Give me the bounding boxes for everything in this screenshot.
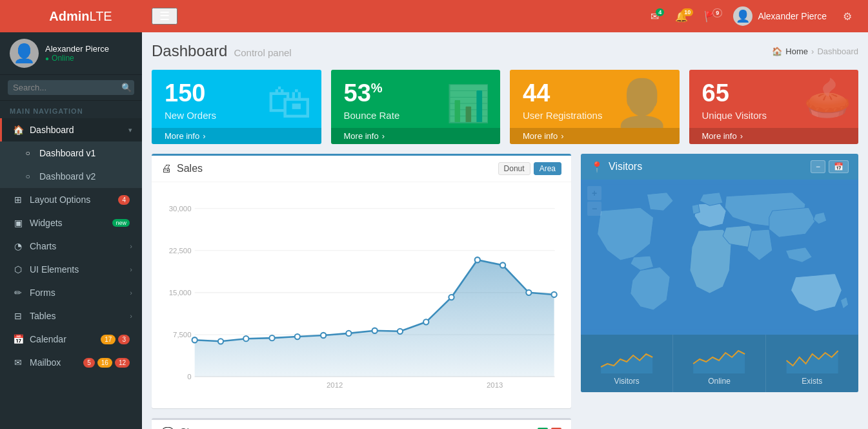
title-area: Dashboard Control panel <box>152 42 292 60</box>
bottom-row: 🖨 Sales Donut Area <box>152 154 858 429</box>
calendar-icon: 📅 <box>12 334 25 344</box>
svg-point-19 <box>398 329 403 334</box>
unique-visitors-more-info[interactable]: More info › <box>689 128 859 144</box>
arrow-right-icon: › <box>203 131 205 141</box>
sidebar-item-widgets[interactable]: ▣ Widgets new <box>0 211 142 235</box>
notifications-button[interactable]: 🔔 10 <box>669 7 694 26</box>
map-pin-icon: 📍 <box>590 161 603 173</box>
svg-marker-31 <box>786 351 838 373</box>
user-registrations-more-info[interactable]: More info › <box>510 128 680 144</box>
sidebar-item-label-ui: UI Elements <box>30 264 130 275</box>
widgets-badge: new <box>112 219 130 227</box>
wrapper: 👤 Alexander Pierce Online 🔍 MAIN NAVIGAT… <box>0 0 868 429</box>
user-menu[interactable]: 👤 Alexander Pierce <box>727 6 833 26</box>
svg-marker-30 <box>693 351 745 373</box>
search-input[interactable] <box>13 83 121 92</box>
user-name: Alexander Pierce <box>758 11 827 21</box>
layout-icon: ⊞ <box>12 194 25 205</box>
chat-box: 💬 Chat <box>152 418 571 429</box>
svg-point-14 <box>269 335 274 340</box>
sparkline-exists <box>776 341 849 373</box>
circle-icon-v2: ○ <box>21 172 34 181</box>
widgets-icon: ▣ <box>12 218 25 228</box>
svg-point-24 <box>526 290 531 295</box>
unique-visitors-icon: 🥧 <box>803 75 852 121</box>
visitors-header: 📍 Visitors − 📅 <box>581 154 858 180</box>
breadcrumb-home-link[interactable]: Home <box>785 47 808 56</box>
messages-badge: 4 <box>656 8 664 16</box>
sidebar-item-dashboard[interactable]: 🏠 Dashboard ▾ <box>0 118 142 141</box>
sales-box-body: 30,000 22,500 15,000 7,500 0 <box>152 182 571 408</box>
svg-text:0: 0 <box>187 373 191 381</box>
user-avatar: 👤 <box>733 6 752 26</box>
sidebar-item-label-dashboard-v1: Dashboard v1 <box>39 148 132 158</box>
svg-point-23 <box>500 262 505 267</box>
sidebar-item-label-mailbox: Mailbox <box>30 357 83 368</box>
sidebar-item-charts[interactable]: ◔ Charts › <box>0 235 142 258</box>
sidebar-item-mailbox[interactable]: ✉ Mailbox 5 16 12 <box>0 351 142 374</box>
sales-donut-tab[interactable]: Donut <box>498 162 530 175</box>
calendar-badge-3: 3 <box>118 335 130 344</box>
info-boxes: 150 New Orders 🛍 More info › 53% Bounce … <box>152 70 858 144</box>
svg-point-15 <box>295 334 300 339</box>
visitors-stat-label-visitors: Visitors <box>590 377 663 386</box>
page-title: Dashboard <box>152 42 227 60</box>
sidebar-item-label-tables: Tables <box>30 311 130 321</box>
visitors-minus-button[interactable]: − <box>811 160 825 173</box>
calendar-badge-17: 17 <box>101 335 116 344</box>
svg-text:2012: 2012 <box>327 381 343 389</box>
sales-chart-area: 30,000 22,500 15,000 7,500 0 <box>161 192 561 399</box>
sparkline-online <box>683 341 755 373</box>
visitors-stat-exists: Exists <box>766 335 858 392</box>
sidebar-toggle-button[interactable]: ☰ <box>152 8 177 25</box>
sidebar-item-label-widgets: Widgets <box>30 218 112 228</box>
info-box-bounce-rate: 53% Bounce Rate 📊 More info › <box>331 70 501 144</box>
sidebar-item-layout-options[interactable]: ⊞ Layout Options 4 <box>0 188 142 211</box>
visitors-title-text: Visitors <box>609 161 642 173</box>
search-box: 🔍 <box>0 75 142 101</box>
charts-arrow-icon: › <box>130 242 132 250</box>
page-subtitle: Control panel <box>234 47 291 58</box>
new-orders-icon: 🛍 <box>267 76 312 128</box>
logo-light: LTE <box>90 9 112 23</box>
settings-button[interactable]: ⚙ <box>836 7 858 26</box>
sidebar-user-name: Alexander Pierce <box>45 44 109 54</box>
new-orders-more-info[interactable]: More info › <box>152 128 321 144</box>
visitors-tools: − 📅 <box>811 160 849 173</box>
sales-box: 🖨 Sales Donut Area <box>152 154 571 408</box>
flags-button[interactable]: 🚩 9 <box>698 7 723 26</box>
sidebar-user-status: Online <box>45 54 109 63</box>
sidebar-item-label-forms: Forms <box>30 288 130 298</box>
sidebar-item-tables[interactable]: ⊟ Tables › <box>0 304 142 328</box>
user-registrations-icon: 👤 <box>614 76 670 129</box>
svg-marker-10 <box>195 260 554 377</box>
sidebar-item-calendar[interactable]: 📅 Calendar 17 3 <box>0 328 142 351</box>
sidebar-item-forms[interactable]: ✏ Forms › <box>0 281 142 304</box>
sidebar-item-label-layout: Layout Options <box>30 194 118 205</box>
sparkline-visitors <box>590 341 663 373</box>
chat-icon: 💬 <box>161 426 174 429</box>
svg-point-18 <box>372 328 378 333</box>
messages-button[interactable]: ✉ 4 <box>644 7 665 26</box>
forms-arrow-icon: › <box>130 289 132 297</box>
sub-nav-dashboard: ○ Dashboard v1 ○ Dashboard v2 <box>0 141 142 188</box>
bounce-rate-more-info[interactable]: More info › <box>331 128 501 144</box>
content-header: Dashboard Control panel 🏠 Home › Dashboa… <box>152 42 858 60</box>
chevron-down-icon: ▾ <box>128 126 132 134</box>
visitors-stat-online: Online <box>673 335 765 392</box>
sidebar-item-label-dashboard-v2: Dashboard v2 <box>39 171 132 182</box>
sidebar-item-dashboard-v1[interactable]: ○ Dashboard v1 <box>0 141 142 165</box>
tables-arrow-icon: › <box>130 312 132 320</box>
sidebar-item-ui-elements[interactable]: ⬡ UI Elements › <box>0 258 142 281</box>
svg-point-11 <box>192 337 197 342</box>
sidebar-item-dashboard-v2[interactable]: ○ Dashboard v2 <box>0 165 142 188</box>
visitors-calendar-button[interactable]: 📅 <box>829 160 849 173</box>
sales-chart-svg: 30,000 22,500 15,000 7,500 0 <box>161 192 561 399</box>
notifications-badge: 10 <box>681 8 693 16</box>
visitors-stat-label-online: Online <box>683 377 755 386</box>
sales-area-tab[interactable]: Area <box>534 162 561 175</box>
visitors-stat-visitors: Visitors <box>581 335 673 392</box>
search-icon: 🔍 <box>121 83 132 92</box>
circle-icon-v1: ○ <box>21 149 34 158</box>
sales-box-title: 🖨 Sales <box>161 163 203 174</box>
